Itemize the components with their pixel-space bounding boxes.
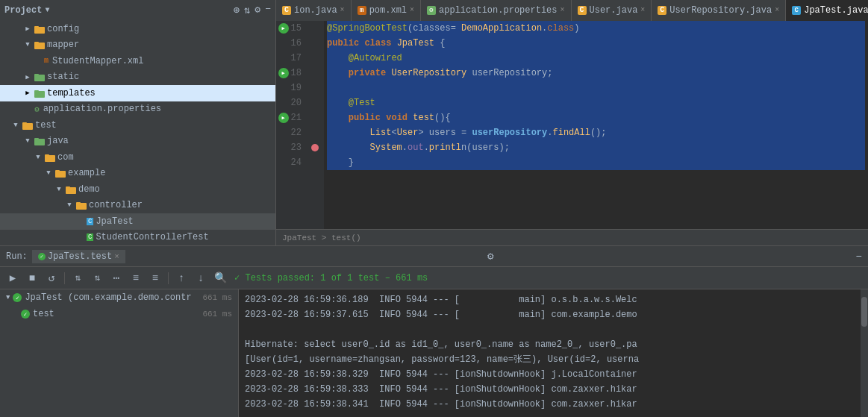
tab-label-jpatest-java: JpaTest.java	[804, 5, 868, 16]
tab-userrepo-java[interactable]: C UserRepository.java ×	[652, 0, 786, 21]
sort-alpha-button[interactable]: ⇅	[89, 270, 105, 286]
rerun-button[interactable]: ↺	[43, 270, 60, 286]
tree-item-config[interactable]: ▶ config	[0, 21, 275, 37]
tree-item-example[interactable]: ▼ example	[0, 166, 275, 182]
next-button[interactable]: ↓	[193, 270, 209, 286]
toggle-java[interactable]: ▼	[23, 137, 32, 145]
run-icon-21[interactable]: ▶	[278, 113, 289, 123]
tree-item-demo[interactable]: ▼ demo	[0, 181, 275, 198]
tree-item-studentcontrollertest[interactable]: C StudentControllerTest	[0, 230, 275, 246]
console-output[interactable]: 2023-02-28 16:59:36.189 INFO 5944 --- [ …	[239, 289, 861, 417]
close-tab-userrepo-java[interactable]: ×	[775, 6, 779, 14]
tree-label-java: java	[47, 136, 69, 146]
tab-user-java[interactable]: C User.java ×	[572, 0, 652, 21]
tree-label-controller: controller	[89, 200, 143, 210]
gear-icon-panel[interactable]: ⚙	[487, 250, 493, 263]
sync-icon[interactable]: ⇅	[244, 4, 250, 16]
svg-rect-19	[76, 202, 81, 204]
code-line-18: private UserRepository userRepository;	[327, 66, 865, 81]
tree-item-jpatest[interactable]: C JpaTest	[0, 213, 275, 230]
tree-item-com[interactable]: ▼ com	[0, 149, 275, 166]
tree-item-static[interactable]: ▶ static	[0, 69, 275, 86]
tab-application-props[interactable]: ⚙ application.properties ×	[421, 0, 571, 21]
play-tests-button[interactable]: ▶	[4, 270, 21, 286]
tab-jpatest-java[interactable]: C JpaTest.java ×	[786, 0, 868, 21]
stop-tests-button[interactable]: ■	[24, 270, 40, 286]
breadcrumb-text: JpaTest > test()	[282, 233, 361, 242]
tree-label-templates: templates	[47, 88, 96, 98]
tree-item-test[interactable]: ▼ test	[0, 117, 275, 134]
run-icon-15[interactable]: ▶	[278, 23, 289, 34]
test-duration: 661 ms	[202, 310, 232, 319]
code-line-24: }	[327, 155, 865, 170]
tree-item-appprops[interactable]: ⚙ application.properties	[0, 101, 275, 118]
toggle-templates[interactable]: ▶	[23, 89, 32, 97]
svg-rect-5	[34, 74, 39, 76]
svg-rect-9	[22, 122, 27, 125]
run-icon-18[interactable]: ▶	[278, 68, 289, 78]
tab-label-pom-xml: pom.xml	[369, 5, 407, 16]
gutter-17	[306, 51, 324, 66]
close-tab-user-java[interactable]: ×	[640, 6, 645, 14]
expand-jpatest-icon[interactable]: ▼	[6, 294, 10, 301]
tab-pom-xml[interactable]: m pom.xml ×	[352, 0, 421, 21]
gutter	[306, 21, 324, 229]
project-tree: ▶ config ▼ mapper m StudentMapper.xml ▶ …	[0, 21, 276, 245]
minimize-panel-button[interactable]: −	[856, 251, 862, 263]
prev-button[interactable]: ↑	[173, 270, 190, 286]
tab-close-icon[interactable]: ×	[114, 252, 119, 261]
code-editor[interactable]: ▶ 15 16 17 ▶ 18 19	[276, 21, 868, 245]
line-num-22: 22	[281, 125, 302, 140]
close-tab-pom-xml[interactable]: ×	[410, 6, 414, 14]
toggle-example[interactable]: ▼	[44, 169, 53, 177]
add-icon[interactable]: ⊕	[233, 4, 239, 16]
pass-icon-test: ✓	[21, 310, 30, 319]
sort-button[interactable]: ⇅	[69, 270, 86, 286]
editor-tabs: C ion.java × m pom.xml × ⚙ application.p…	[276, 0, 868, 21]
test-tree-jpatest[interactable]: ▼ ✓ JpaTest (com.example.demo.contr 661 …	[0, 289, 238, 306]
console-line-8: 2023-02-28 16:59:38.341 INFO 5944 --- [i…	[245, 397, 855, 412]
svg-rect-1	[34, 26, 39, 28]
scrollbar-thumb[interactable]	[861, 297, 867, 327]
breakpoint-23[interactable]	[311, 144, 319, 151]
minimize-icon[interactable]: −	[265, 4, 271, 16]
tree-item-java[interactable]: ▼ java	[0, 134, 275, 150]
settings-icon[interactable]: ⚙	[255, 4, 260, 16]
console-scrollbar[interactable]	[861, 289, 868, 417]
toggle-com[interactable]: ▼	[34, 154, 43, 161]
test-tree-test[interactable]: ✓ test 661 ms	[0, 306, 238, 322]
tab-bar: Project ▼ ⊕ ⇅ ⚙ − C ion.java × m pom.xml…	[0, 0, 868, 21]
filter-button[interactable]: ⋯	[108, 270, 125, 286]
play-button[interactable]: ✓ JpaTest.test ×	[32, 250, 125, 263]
project-dropdown-icon[interactable]: ▼	[45, 6, 49, 14]
run-label: Run:	[6, 251, 28, 262]
toggle-static[interactable]: ▶	[23, 73, 32, 81]
tree-label-appprops: application.properties	[43, 104, 161, 114]
tab-ion-java[interactable]: C ion.java ×	[276, 0, 352, 21]
svg-rect-13	[45, 154, 49, 157]
gutter-23[interactable]	[306, 140, 324, 155]
toggle-controller[interactable]: ▼	[65, 201, 74, 209]
svg-rect-3	[34, 42, 39, 44]
search-button[interactable]: 🔍	[212, 270, 228, 286]
code-lines[interactable]: @SpringBootTest(classes= DemoApplication…	[324, 21, 868, 229]
folder-icon-test	[22, 121, 33, 130]
tree-label-static: static	[47, 72, 79, 82]
tree-item-mapper[interactable]: ▼ mapper	[0, 37, 275, 54]
editor-area: ▶ 15 16 17 ▶ 18 19	[276, 21, 868, 245]
collapse-all-button[interactable]: ≡	[147, 270, 163, 286]
line-num-23: 23	[281, 140, 302, 155]
tree-icon-appprops: ⚙	[34, 104, 40, 114]
tree-item-controller[interactable]: ▼ controller	[0, 198, 275, 214]
gutter-18	[306, 66, 324, 81]
close-tab-ion-java[interactable]: ×	[340, 6, 345, 14]
expand-all-button[interactable]: ≡	[128, 270, 144, 286]
tree-item-studentmapper[interactable]: m StudentMapper.xml	[0, 53, 275, 69]
tree-icon-jpatest: C	[87, 218, 93, 225]
toggle-mapper[interactable]: ▼	[23, 41, 32, 48]
close-tab-application-props[interactable]: ×	[561, 6, 565, 14]
toggle-demo[interactable]: ▼	[54, 186, 63, 193]
tree-item-templates[interactable]: ▶ templates	[0, 85, 275, 101]
toggle-config[interactable]: ▶	[23, 25, 32, 33]
toggle-test[interactable]: ▼	[11, 122, 20, 129]
